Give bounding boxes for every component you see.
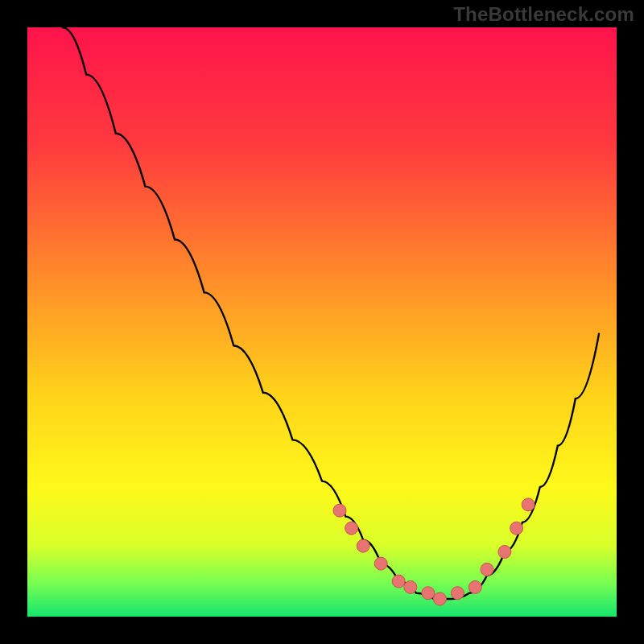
highlight-dot (498, 546, 511, 559)
highlight-dot (469, 580, 481, 593)
highlight-dot (333, 504, 346, 517)
chart-stage: TheBottleneck.com (0, 0, 644, 644)
highlight-dot (422, 587, 435, 600)
highlight-dot (510, 522, 523, 535)
highlight-dot (345, 522, 358, 535)
highlight-dot (481, 563, 493, 576)
highlight-dot (404, 580, 417, 593)
highlight-dot (374, 557, 387, 570)
gradient-panel (27, 27, 617, 617)
bottleneck-chart (0, 0, 644, 644)
highlight-dot (522, 498, 535, 511)
highlight-dot (433, 592, 446, 605)
highlight-dot (451, 587, 464, 600)
highlight-dot (392, 575, 405, 588)
highlight-dot (357, 539, 369, 552)
